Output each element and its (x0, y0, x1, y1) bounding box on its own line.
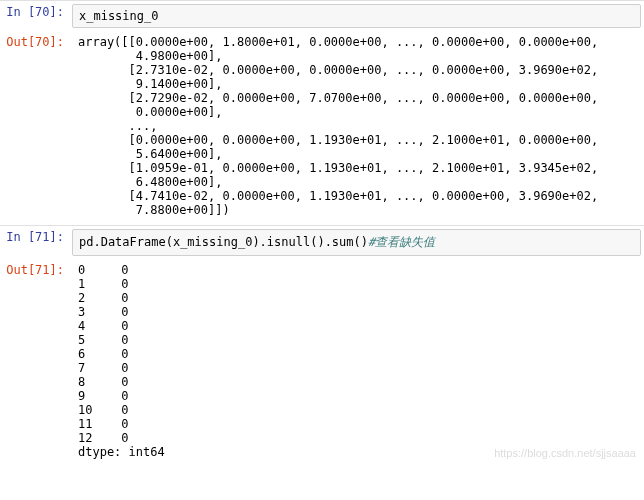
code-text-71: pd.DataFrame(x_missing_0).isnull().sum() (79, 235, 368, 249)
out-prompt-71: Out[71]: (0, 259, 72, 463)
in-prompt-71: In [71]: (0, 226, 72, 259)
output-70: array([[0.0000e+00, 1.8000e+01, 0.0000e+… (72, 31, 644, 221)
code-input-70[interactable]: x_missing_0 (72, 4, 641, 28)
out-prompt-70: Out[70]: (0, 31, 72, 221)
cell-71-output-row: Out[71]: 0 0 1 0 2 0 3 0 4 0 5 0 6 0 7 0… (0, 259, 644, 463)
cell-70-input-row: In [70]: x_missing_0 (0, 0, 644, 31)
code-input-71[interactable]: pd.DataFrame(x_missing_0).isnull().sum()… (72, 229, 641, 256)
cell-70-output-row: Out[70]: array([[0.0000e+00, 1.8000e+01,… (0, 31, 644, 221)
code-comment-71: #查看缺失值 (368, 235, 435, 249)
code-text-70: x_missing_0 (79, 9, 158, 23)
in-prompt-70: In [70]: (0, 1, 72, 31)
watermark-text: https://blog.csdn.net/sjjsaaaa (494, 447, 636, 459)
cell-71-input-row: In [71]: pd.DataFrame(x_missing_0).isnul… (0, 225, 644, 259)
output-71: 0 0 1 0 2 0 3 0 4 0 5 0 6 0 7 0 8 0 9 0 … (72, 259, 644, 463)
